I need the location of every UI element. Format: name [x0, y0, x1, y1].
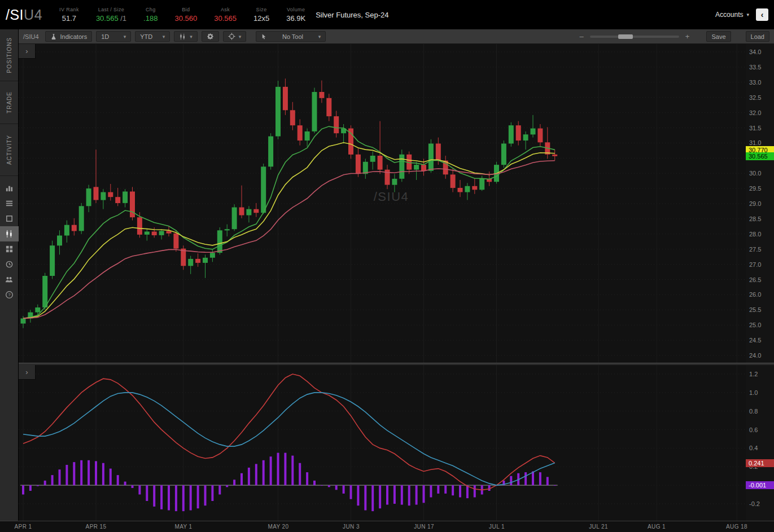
- quote-field: Last / Size30.565 /1: [96, 7, 126, 23]
- indicator-axis-label: 0.8: [749, 407, 758, 415]
- quote-field-label: Volume: [287, 7, 305, 12]
- price-axis-label: 26.5: [749, 276, 761, 284]
- price-chart-canvas[interactable]: /SIU4: [19, 44, 746, 363]
- price-axis-label: 30.0: [749, 169, 761, 177]
- price-axis-label: 33.5: [749, 63, 761, 71]
- chart-grid-icon[interactable]: [0, 226, 19, 241]
- price-axis-label: 25.0: [749, 321, 761, 329]
- chevron-down-icon: ▾: [746, 12, 749, 17]
- quote-field-label: Size: [256, 7, 267, 12]
- time-axis-label: APR 1: [15, 524, 32, 530]
- time-axis-label: AUG 18: [726, 524, 747, 530]
- quote-field-label: Bid: [182, 7, 190, 12]
- price-axis-label: 32.5: [749, 94, 761, 102]
- quote-field-value: 12x5: [253, 14, 269, 23]
- timeframe-dropdown[interactable]: 1D▾: [96, 31, 131, 42]
- quote-field-value: 30.560: [174, 14, 197, 23]
- sidebar-tab-positions[interactable]: POSITIONS: [0, 29, 18, 81]
- indicators-button[interactable]: Indicators: [45, 31, 93, 42]
- zoom-in-button[interactable]: +: [683, 32, 692, 41]
- quote-field-value: 51.7: [62, 14, 76, 23]
- trading-platform-window: /SIU4 IV Rank51.7Last / Size30.565 /1Chg…: [0, 0, 774, 532]
- box-icon[interactable]: [0, 211, 19, 226]
- sidebar-icon-stack: ?: [0, 181, 18, 302]
- chart-type-dropdown[interactable]: ▾: [174, 31, 198, 42]
- zoom-out-button[interactable]: –: [578, 32, 586, 41]
- indicators-flask-icon: [50, 33, 57, 40]
- time-axis-label: AUG 1: [648, 524, 666, 530]
- price-axis-label: 27.5: [749, 245, 761, 253]
- time-axis-label: MAY 1: [174, 524, 192, 530]
- price-pane: /SIU4 ›: [19, 44, 746, 363]
- panel-collapse-button[interactable]: ‹: [756, 8, 768, 21]
- indicator-axis-label: 1.0: [749, 389, 758, 397]
- ema-30-line: [23, 161, 555, 319]
- indicator-axis[interactable]: 1.21.00.80.60.40.20.0-0.20.241-0.001: [746, 365, 774, 521]
- quote-field: Bid30.560: [174, 7, 197, 23]
- price-axis-label: 31.0: [749, 139, 761, 147]
- time-axis-label: APR 15: [86, 524, 107, 530]
- indicator-axis-label: 0.4: [749, 444, 758, 452]
- quote-field-label: IV Rank: [59, 7, 79, 12]
- quote-field: Ask30.565: [214, 7, 237, 23]
- time-axis-label: JUL 21: [589, 524, 608, 530]
- cursor-icon: [261, 33, 267, 40]
- accounts-menu[interactable]: Accounts ▾: [715, 11, 749, 19]
- drawing-tool-dropdown[interactable]: No Tool ▾: [256, 31, 326, 42]
- load-button[interactable]: Load: [746, 31, 769, 42]
- indicator-pane-expander[interactable]: ›: [19, 365, 36, 380]
- indicator-gridlines: [19, 365, 746, 521]
- symbol-contract-code: U4: [24, 7, 42, 23]
- time-axis-label: JUN 3: [343, 524, 360, 530]
- grid-icon[interactable]: [0, 241, 19, 257]
- price-axis-label: 28.5: [749, 215, 761, 223]
- sidebar-tab-activity[interactable]: ACTIVITY: [0, 124, 18, 176]
- quote-field: Size12x5: [253, 7, 269, 23]
- quote-field-value: 30.565: [214, 14, 237, 23]
- price-axis-label: 28.0: [749, 230, 761, 238]
- time-axis-label: JUN 17: [414, 524, 434, 530]
- list-icon[interactable]: [0, 196, 19, 211]
- price-axis-label: 29.0: [749, 200, 761, 208]
- quote-field-value: 30.565 /1: [96, 14, 126, 23]
- ema-15-line: [23, 143, 555, 319]
- history-icon[interactable]: [0, 257, 19, 272]
- indicator-axis-label: 1.2: [749, 370, 758, 378]
- zoom-slider-thumb[interactable]: [618, 34, 633, 39]
- save-button[interactable]: Save: [706, 31, 731, 42]
- price-axis-label: 31.5: [749, 124, 761, 132]
- help-icon[interactable]: ?: [0, 287, 19, 302]
- zoom-slider[interactable]: [590, 36, 679, 38]
- price-axis-label: 24.5: [749, 336, 761, 344]
- price-pane-expander[interactable]: ›: [19, 44, 36, 59]
- price-axis-label: 29.5: [749, 184, 761, 192]
- price-axis-label: 25.5: [749, 306, 761, 314]
- moving-averages-layer: [23, 126, 555, 318]
- indicator-axis-label: 0.6: [749, 426, 758, 434]
- sidebar-tab-trade[interactable]: TRADE: [0, 81, 18, 124]
- candles-layer: [21, 78, 558, 328]
- accounts-label: Accounts: [715, 11, 743, 19]
- price-tag: 30.565: [746, 152, 774, 160]
- quote-field: Volume36.9K: [286, 7, 305, 23]
- price-axis[interactable]: 34.033.533.032.532.031.531.030.530.029.5…: [746, 44, 774, 363]
- price-axis-label: 27.0: [749, 261, 761, 269]
- price-axis-label: 26.0: [749, 291, 761, 298]
- chart-settings-button[interactable]: [202, 31, 219, 42]
- chart-symbol-label: /SIU4: [23, 33, 39, 40]
- macd-chart-canvas[interactable]: [19, 365, 746, 521]
- price-axis-label: 32.0: [749, 109, 761, 117]
- range-dropdown[interactable]: YTD▾: [135, 31, 170, 42]
- crosshair-dropdown[interactable]: ▾: [223, 31, 247, 42]
- indicator-axis-label: -0.2: [749, 500, 760, 508]
- quote-field-label: Ask: [221, 7, 230, 12]
- indicator-value-tag: -0.001: [746, 481, 774, 489]
- quote-field: Chg.188: [143, 7, 158, 23]
- candlestick-icon: [179, 33, 186, 40]
- bar-chart-icon[interactable]: [0, 181, 19, 196]
- time-axis[interactable]: APR 1APR 15MAY 1MAY 20JUN 3JUN 17JUL 1JU…: [0, 521, 774, 532]
- ema-9-line: [23, 126, 555, 318]
- people-icon[interactable]: [0, 272, 19, 287]
- left-sidebar: POSITIONS TRADE ACTIVITY: [0, 29, 19, 532]
- time-axis-label: JUL 1: [489, 524, 505, 530]
